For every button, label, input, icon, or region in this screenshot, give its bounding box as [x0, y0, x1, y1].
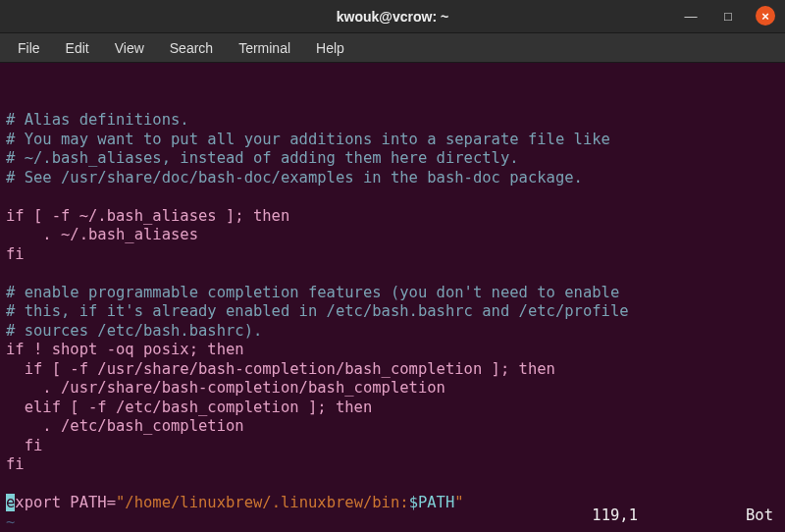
variable: $PATH [409, 494, 455, 511]
code: elif [ -f /etc/bash_completion ]; then [6, 399, 372, 416]
comment: # enable programmable completion feature… [6, 284, 619, 301]
cursor-position: 119,1 [592, 506, 638, 524]
code: . ~/.bash_aliases [6, 226, 198, 243]
comment: # sources /etc/bash.bashrc). [6, 322, 262, 340]
code: if [ -f /usr/share/bash-completion/bash_… [6, 360, 555, 378]
string: " [454, 494, 463, 511]
vim-empty-line: ~ [6, 513, 15, 531]
menu-edit[interactable]: Edit [54, 36, 101, 60]
code: if [ -f ~/.bash_aliases ]; then [6, 207, 289, 225]
scroll-position: Bot [746, 506, 773, 524]
window-controls: — □ × [681, 6, 775, 26]
menu-file[interactable]: File [6, 36, 52, 60]
code: . /etc/bash_completion [6, 417, 244, 435]
menu-bar: File Edit View Search Terminal Help [0, 33, 785, 63]
vim-status-line: 119,1Bot [592, 506, 773, 524]
close-button[interactable]: × [756, 6, 775, 26]
menu-terminal[interactable]: Terminal [227, 36, 302, 60]
code: . /usr/share/bash-completion/bash_comple… [6, 379, 445, 397]
comment: # ~/.bash_aliases, instead of adding the… [6, 149, 519, 167]
comment: # Alias definitions. [6, 111, 189, 129]
string: "/home/linuxbrew/.linuxbrew/bin: [116, 494, 409, 511]
code: fi [6, 245, 25, 263]
code: fi [6, 437, 42, 454]
vim-cursor: e [6, 494, 15, 511]
title-bar: kwouk@vcrow: ~ — □ × [0, 0, 785, 33]
comment: # this, if it's already enabled in /etc/… [6, 302, 629, 320]
menu-view[interactable]: View [103, 36, 156, 60]
menu-help[interactable]: Help [304, 36, 356, 60]
window-title: kwouk@vcrow: ~ [337, 9, 448, 25]
code: fi [6, 455, 25, 473]
comment: # See /usr/share/doc/bash-doc/examples i… [6, 169, 583, 186]
code-line: # Alias definitions. # You may want to p… [6, 111, 629, 531]
code: xport PATH= [15, 494, 116, 511]
menu-search[interactable]: Search [158, 36, 225, 60]
maximize-button[interactable]: □ [718, 6, 738, 26]
code: if ! shopt -oq posix; then [6, 341, 244, 358]
terminal-content[interactable]: # Alias definitions. # You may want to p… [0, 63, 785, 532]
comment: # You may want to put all your additions… [6, 131, 610, 148]
minimize-button[interactable]: — [681, 6, 701, 26]
